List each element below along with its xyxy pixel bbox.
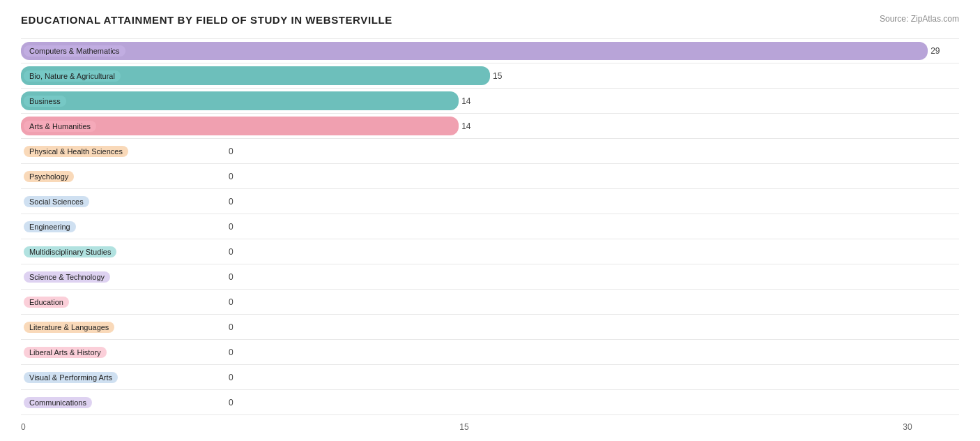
chart-title: EDUCATIONAL ATTAINMENT BY FIELD OF STUDY… <box>21 14 392 26</box>
bar-row: Engineering0 <box>21 214 959 239</box>
chart-container: EDUCATIONAL ATTAINMENT BY FIELD OF STUDY… <box>21 14 959 432</box>
bar-label: Liberal Arts & History <box>24 347 107 358</box>
bar-row: Visual & Performing Arts0 <box>21 365 959 390</box>
bar-label: Multidisciplinary Studies <box>24 246 116 257</box>
bar-label: Education <box>24 297 69 308</box>
bar-row: Bio, Nature & Agricultural15 <box>21 63 959 89</box>
bar-value: 0 <box>229 398 233 408</box>
bar-label: Computers & Mathematics <box>24 45 125 57</box>
bar-label: Literature & Languages <box>24 322 114 333</box>
bar-value: 0 <box>229 297 233 307</box>
bar-value: 0 <box>229 322 233 332</box>
bar-row: Arts & Humanities14 <box>21 114 959 139</box>
x-axis: 01530 <box>21 419 959 432</box>
bar-row: Social Sciences0 <box>21 189 959 214</box>
bar-row: Literature & Languages0 <box>21 315 959 340</box>
bar-row: Liberal Arts & History0 <box>21 340 959 365</box>
bar-label: Bio, Nature & Agricultural <box>24 70 121 82</box>
bar-row: Science & Technology0 <box>21 264 959 290</box>
bar-row: Business14 <box>21 89 959 114</box>
bar-row: Physical & Health Sciences0 <box>21 139 959 164</box>
bar-row: Communications0 <box>21 390 959 415</box>
bar-label: Visual & Performing Arts <box>24 372 118 383</box>
chart-source: Source: ZipAtlas.com <box>880 14 959 24</box>
bar-fill <box>21 91 459 110</box>
bar-fill <box>21 42 928 60</box>
x-axis-label: 30 <box>903 422 912 432</box>
x-axis-label: 15 <box>459 422 468 432</box>
bar-label: Engineering <box>24 221 76 232</box>
bar-row: Multidisciplinary Studies0 <box>21 239 959 264</box>
bar-row: Psychology0 <box>21 164 959 189</box>
bar-label: Communications <box>24 397 92 408</box>
chart-header: EDUCATIONAL ATTAINMENT BY FIELD OF STUDY… <box>21 14 959 26</box>
bar-value: 29 <box>931 46 940 56</box>
bar-label: Social Sciences <box>24 196 89 207</box>
chart-area: Computers & Mathematics29Bio, Nature & A… <box>21 38 959 415</box>
bar-label: Business <box>24 96 66 107</box>
bar-row: Education0 <box>21 290 959 315</box>
bar-value: 0 <box>229 247 233 257</box>
bar-value: 15 <box>493 71 502 81</box>
bar-value: 14 <box>461 121 470 131</box>
bar-label: Psychology <box>24 171 74 182</box>
bar-row: Computers & Mathematics29 <box>21 38 959 63</box>
bar-value: 0 <box>229 147 233 156</box>
bar-value: 0 <box>229 272 233 282</box>
x-axis-label: 0 <box>21 422 26 432</box>
bar-label: Science & Technology <box>24 271 110 283</box>
bar-value: 0 <box>229 347 233 357</box>
bar-label: Arts & Humanities <box>24 121 96 132</box>
bar-value: 0 <box>229 373 233 382</box>
bar-value: 14 <box>461 96 470 106</box>
bar-value: 0 <box>229 222 233 232</box>
bar-value: 0 <box>229 197 233 207</box>
bar-value: 0 <box>229 172 233 181</box>
bar-label: Physical & Health Sciences <box>24 146 128 157</box>
